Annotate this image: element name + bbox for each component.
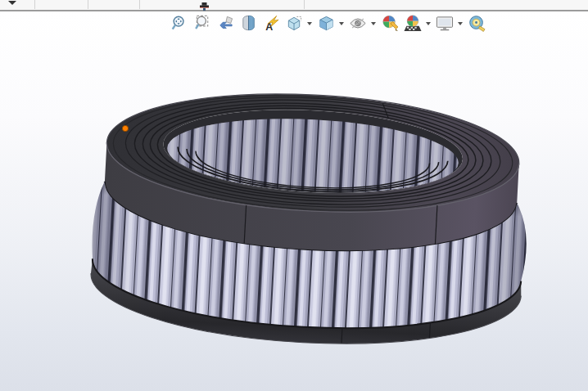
application-window: A — [0, 0, 588, 391]
display-style-dropdown-arrow[interactable] — [339, 22, 344, 25]
menu-expand-caret-icon[interactable] — [8, 1, 16, 5]
display-style-icon[interactable] — [315, 12, 337, 34]
menu-separator — [139, 0, 140, 9]
heads-up-view-toolbar: A — [169, 12, 487, 34]
hide-show-items-dropdown-arrow[interactable] — [371, 22, 376, 25]
apply-scene-dropdown-arrow[interactable] — [426, 22, 431, 25]
view-orientation-icon[interactable] — [283, 12, 305, 34]
hide-show-items-icon[interactable] — [347, 12, 369, 34]
view-settings-dropdown-arrow[interactable] — [458, 22, 463, 25]
edit-appearance-icon[interactable] — [379, 12, 400, 34]
apply-scene-icon[interactable] — [402, 12, 423, 34]
zoom-to-fit-icon[interactable] — [169, 12, 190, 34]
previous-view-icon[interactable] — [215, 12, 236, 34]
measure-icon[interactable] — [466, 12, 487, 34]
viewport-canvas[interactable] — [0, 0, 588, 391]
section-view-icon[interactable] — [237, 12, 259, 34]
menu-separator — [34, 0, 35, 9]
menu-separator — [304, 0, 305, 9]
zoom-to-area-icon[interactable] — [192, 12, 213, 34]
cad-model-air-filter[interactable] — [88, 83, 534, 353]
menu-strip — [0, 0, 588, 11]
selected-vertex-marker[interactable] — [122, 125, 128, 131]
view-settings-icon[interactable] — [434, 12, 455, 34]
dynamic-annotation-views-icon[interactable]: A — [260, 12, 282, 34]
menu-pin-icon[interactable] — [199, 0, 210, 15]
menu-separator — [88, 0, 88, 9]
view-orientation-dropdown-arrow[interactable] — [307, 22, 312, 25]
